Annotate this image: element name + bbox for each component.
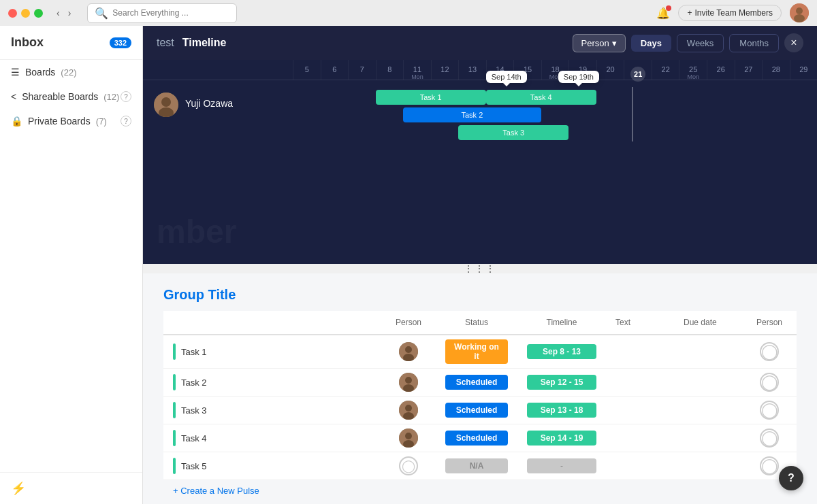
- person-dropdown[interactable]: Person ▾: [573, 34, 626, 52]
- close-traffic-light[interactable]: [8, 9, 17, 18]
- person-cell-4: ◯: [381, 452, 436, 480]
- timeline-badge: Sep 12 - 15: [527, 375, 596, 390]
- person2-cell-1: ◯: [742, 369, 797, 397]
- private-section-left: 🔒 Private Boards (7): [11, 116, 107, 127]
- lightning-button[interactable]: ⚡: [11, 481, 26, 496]
- task-color-bar: [173, 458, 176, 474]
- sidebar-footer: ⚡: [0, 472, 142, 504]
- timeline-date-cell: 7: [348, 60, 376, 80]
- timeline-task-bar[interactable]: Task 1: [376, 90, 486, 105]
- close-timeline-button[interactable]: ×: [784, 33, 803, 52]
- app-header: test Timeline Person ▾ Days Weeks Months…: [143, 26, 817, 60]
- text-cell-3: [606, 424, 674, 452]
- task-color-bar: [173, 374, 176, 390]
- status-cell-0: Working on it: [436, 335, 517, 369]
- row-person2-empty: ◯: [760, 342, 779, 361]
- task-column-header: [163, 311, 381, 335]
- timeline-date-cell: 12: [431, 60, 459, 80]
- timeline-task-bar[interactable]: Task 4: [486, 90, 596, 105]
- timeline-badge-empty: -: [527, 458, 596, 473]
- traffic-lights: [8, 9, 43, 18]
- forward-button[interactable]: ›: [65, 6, 74, 20]
- user-avatar[interactable]: [790, 3, 809, 22]
- table-row: Task 1 Working on it Sep 8 - 13 ◯: [163, 335, 797, 369]
- text-cell-1: [606, 369, 674, 397]
- sidebar-item-boards[interactable]: ☰ Boards (22): [0, 60, 142, 84]
- timeline-cell-1: Sep 12 - 15: [517, 369, 606, 397]
- task-cell-2[interactable]: Task 3: [163, 397, 381, 424]
- task-cell-1[interactable]: Task 2: [163, 369, 381, 397]
- sidebar-item-private[interactable]: 🔒 Private Boards (7) ?: [0, 109, 142, 133]
- timeline-badge: Sep 13 - 18: [527, 403, 596, 418]
- dropdown-arrow-icon: ▾: [612, 38, 617, 48]
- today-indicator: [632, 87, 633, 141]
- search-input[interactable]: [112, 8, 229, 18]
- duedate-cell-4: [674, 452, 742, 480]
- table-row: Task 4 Scheduled Sep 14 - 19 ◯: [163, 424, 797, 452]
- timeline-cell-2: Sep 13 - 18: [517, 397, 606, 424]
- duedate-cell-2: [674, 397, 742, 424]
- weeks-view-button[interactable]: Weeks: [677, 34, 724, 52]
- svg-point-10: [405, 377, 412, 384]
- row-person-empty: ◯: [399, 456, 418, 475]
- task-name: Task 4: [181, 433, 207, 443]
- board-table: Person Status Timeline Text Due date Per…: [163, 311, 797, 480]
- row-person2-empty: ◯: [760, 456, 779, 475]
- row-person-avatar: [399, 373, 418, 392]
- duedate-cell-1: [674, 369, 742, 397]
- status-cell-1: Scheduled: [436, 369, 517, 397]
- task-color-bar: [173, 430, 176, 446]
- timeline-cell-0: Sep 8 - 13: [517, 335, 606, 369]
- months-view-button[interactable]: Months: [729, 34, 779, 52]
- row-person-avatar: [399, 429, 418, 448]
- days-view-button[interactable]: Days: [631, 35, 671, 52]
- timeline-date-cell: 11Mon: [403, 60, 431, 80]
- search-bar[interactable]: 🔍: [87, 3, 237, 23]
- minimize-traffic-light[interactable]: [21, 9, 30, 18]
- day-mon-label: Mon: [404, 73, 431, 80]
- search-icon: 🔍: [95, 7, 108, 20]
- add-pulse-button[interactable]: + Create a New Pulse: [163, 480, 797, 501]
- person-cell-0: [381, 335, 436, 369]
- task-cell-3[interactable]: Task 4: [163, 424, 381, 452]
- timeline-date-cell: 27: [735, 60, 763, 80]
- timeline-tooltip-2: Sep 19th: [558, 71, 599, 83]
- sidebar-item-shareable[interactable]: < Shareable Boards (12) ?: [0, 84, 142, 109]
- timeline-cell-4: -: [517, 452, 606, 480]
- drag-handle[interactable]: ⋮⋮⋮: [143, 264, 817, 273]
- timeline-bars: Task 1Task 4Task 2Task 3Sep 14thSep 19th: [293, 87, 817, 141]
- lock-icon: 🔒: [11, 116, 22, 127]
- duedate-cell-3: [674, 424, 742, 452]
- invite-team-button[interactable]: + Invite Team Members: [678, 5, 782, 21]
- person2-cell-2: ◯: [742, 397, 797, 424]
- task-cell-0[interactable]: Task 1: [163, 335, 381, 369]
- table-header-row: Person Status Timeline Text Due date Per…: [163, 311, 797, 335]
- group-title: Group Title: [163, 287, 797, 303]
- sidebar-inbox: Inbox 332: [0, 26, 142, 60]
- shareable-help-icon[interactable]: ?: [121, 91, 131, 102]
- timeline-badge: Sep 14 - 19: [527, 431, 596, 446]
- private-label: Private Boards: [28, 116, 91, 127]
- timeline-date-cell: 21: [624, 60, 652, 80]
- person-cell-1: [381, 369, 436, 397]
- inbox-title: Inbox: [11, 35, 44, 50]
- timeline-person-col-header: [143, 60, 293, 80]
- task-cell-4[interactable]: Task 5: [163, 452, 381, 480]
- timeline-task-bar[interactable]: Task 2: [403, 107, 541, 122]
- timeline-task-bar[interactable]: Task 3: [458, 125, 568, 140]
- svg-point-2: [794, 14, 805, 22]
- help-button[interactable]: ?: [779, 466, 803, 490]
- status-badge: N/A: [445, 458, 508, 473]
- maximize-traffic-light[interactable]: [34, 9, 43, 18]
- person-cell-3: [381, 424, 436, 452]
- person2-cell-0: ◯: [742, 335, 797, 369]
- svg-point-1: [796, 7, 803, 14]
- private-help-icon[interactable]: ?: [121, 116, 131, 127]
- notifications-button[interactable]: 🔔: [656, 7, 670, 20]
- timeline-badge: Sep 8 - 13: [527, 344, 596, 359]
- text-cell-4: [606, 452, 674, 480]
- back-button[interactable]: ‹: [54, 6, 63, 20]
- menu-icon: ☰: [11, 67, 20, 78]
- svg-point-16: [405, 433, 412, 439]
- person2-column-header: Person: [742, 311, 797, 335]
